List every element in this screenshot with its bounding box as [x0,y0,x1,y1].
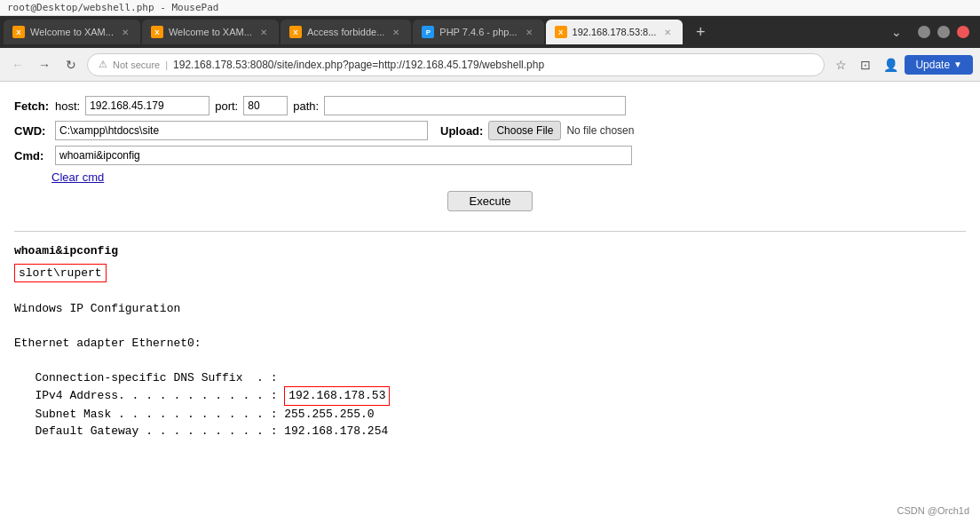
tab-5-close[interactable]: ✕ [661,26,674,38]
window-controls [911,26,976,38]
tab-4-label: PHP 7.4.6 - php... [439,27,517,37]
form-area: Fetch: host: port: path: CWD: Upload: Ch… [14,91,966,224]
maximize-button[interactable] [937,26,950,38]
cmd-label: Cmd: [14,149,50,162]
more-tabs-button[interactable]: ⌄ [884,25,909,39]
cwd-label: CWD: [14,124,50,138]
output-command: whoami&ipconfig [14,242,966,260]
tab-bar: X Welcome to XAM... ✕ X Welcome to XAM..… [0,16,980,48]
update-button[interactable]: Update ▼ [905,55,973,75]
url-text: 192.168.178.53:8080/site/index.php?page=… [173,59,544,71]
tab-5-label: 192.168.178.53:8... [573,27,657,37]
tab-1-favicon: X [12,26,25,38]
tab-3[interactable]: X Access forbidde... ✕ [281,20,411,44]
output-area: whoami&ipconfig slort\rupert Windows IP … [14,239,966,444]
port-label: port: [215,99,238,113]
page-content: Fetch: host: port: path: CWD: Upload: Ch… [0,82,980,523]
tab-4-close[interactable]: ✕ [523,26,535,38]
upload-label: Upload: [440,124,483,138]
ipv4-highlighted-text: 192.168.178.53 [288,389,385,402]
path-input[interactable] [324,96,626,115]
path-bar: root@Desktop/webshell.php - MousePad [0,0,980,16]
clear-cmd-label: Clear cmd [51,170,104,184]
tab-1[interactable]: X Welcome to XAM... ✕ [4,20,140,44]
no-file-text: No file chosen [566,124,634,137]
divider [14,231,966,232]
tab-4[interactable]: P PHP 7.4.6 - php... ✕ [413,20,543,44]
user-output-row: slort\rupert [14,264,966,283]
minimize-button[interactable] [918,26,930,38]
host-input[interactable] [85,96,209,115]
tab-1-label: Welcome to XAM... [30,27,114,37]
url-bar[interactable]: ⚠ Not secure | 192.168.178.53:8080/site/… [87,53,825,76]
path-bar-text: root@Desktop/webshell.php - MousePad [7,2,218,13]
tab-4-favicon: P [422,26,434,38]
path-label: path: [293,99,319,113]
back-button[interactable]: ← [7,54,28,75]
refresh-button[interactable]: ↻ [60,54,82,75]
update-chevron-icon: ▼ [953,59,962,69]
tab-3-label: Access forbidde... [307,27,384,37]
browser-chrome: root@Desktop/webshell.php - MousePad X W… [0,0,980,523]
user-highlighted-box: slort\rupert [14,264,107,283]
new-tab-button[interactable]: + [688,20,713,44]
fetch-label: Fetch: [14,99,50,113]
tab-5[interactable]: X 192.168.178.53:8... ✕ [546,20,684,44]
url-separator: | [165,59,168,70]
output-text-block: Windows IP Configuration Ethernet adapte… [14,282,966,440]
clear-cmd-row: Clear cmd [14,170,966,184]
close-button[interactable] [957,26,969,38]
cmd-input[interactable] [55,146,632,165]
tab-2[interactable]: X Welcome to XAM... ✕ [142,20,279,44]
execute-row: Execute [14,191,966,211]
execute-button[interactable]: Execute [447,191,533,211]
execute-label: Execute [470,194,511,208]
choose-file-button[interactable]: Choose File [488,121,561,140]
watermark: CSDN @Orch1d [897,505,969,516]
security-icon: ⚠ [99,59,107,70]
address-bar: ← → ↻ ⚠ Not secure | 192.168.178.53:8080… [0,48,980,82]
host-label: host: [55,99,80,113]
reader-icon[interactable]: ⊡ [855,54,876,75]
cwd-row: CWD: Upload: Choose File No file chosen [14,121,966,140]
profile-icon[interactable]: 👤 [880,54,901,75]
tab-2-label: Welcome to XAM... [169,27,252,37]
update-button-label: Update [915,59,950,71]
port-input[interactable] [243,96,288,115]
forward-button[interactable]: → [34,54,55,75]
tab-2-favicon: X [151,26,163,38]
security-label: Not secure [113,59,160,70]
tab-2-close[interactable]: ✕ [257,26,270,38]
tab-5-favicon: X [555,26,567,38]
tab-1-close[interactable]: ✕ [119,26,131,38]
bookmark-icon[interactable]: ☆ [830,54,851,75]
clear-cmd-link[interactable]: Clear cmd [51,170,104,184]
cwd-input[interactable] [55,121,428,140]
user-highlighted-text: slort\rupert [19,266,102,280]
cmd-row: Cmd: [14,146,966,165]
tab-3-favicon: X [289,26,302,38]
fetch-row: Fetch: host: port: path: [14,96,966,115]
tab-3-close[interactable]: ✕ [390,26,402,38]
ipv4-highlighted-box: 192.168.178.53 [284,386,390,406]
choose-file-label: Choose File [496,124,553,137]
address-bar-actions: ☆ ⊡ 👤 Update ▼ [830,54,973,75]
